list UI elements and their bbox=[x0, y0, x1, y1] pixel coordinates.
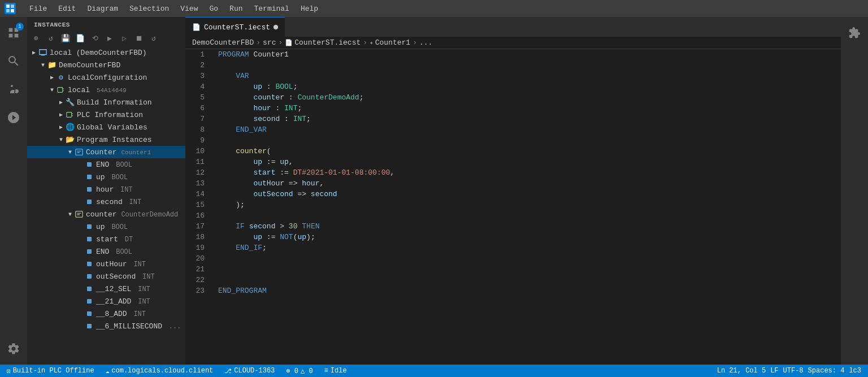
tree-item-second[interactable]: second INT bbox=[27, 196, 185, 208]
status-encoding[interactable]: UTF-8 bbox=[781, 365, 806, 377]
tree-item-sel12[interactable]: __12_SEL INT bbox=[27, 283, 185, 295]
code-line-8: END_VAR bbox=[218, 124, 834, 135]
tree-item-local[interactable]: ▶ local (DemoCounterFBD) bbox=[27, 46, 185, 59]
menu-go[interactable]: Go bbox=[205, 3, 223, 14]
breadcrumb-item-0[interactable]: DemoCounterFBD bbox=[192, 38, 254, 47]
status-eol[interactable]: LF bbox=[768, 365, 780, 377]
tree-item-localconfig[interactable]: ▶ ⚙ LocalConfiguration bbox=[27, 71, 185, 84]
tree-item-plcinfo[interactable]: ▶ PLC Information bbox=[27, 109, 185, 121]
line-number-23: 23 bbox=[185, 285, 209, 296]
tree-item-hour[interactable]: hour INT bbox=[27, 183, 185, 196]
status-cloud[interactable]: ☁ com.logicals.cloud.client bbox=[103, 365, 216, 377]
menu-view[interactable]: View bbox=[176, 3, 202, 14]
code-line-13: outHour => hour, bbox=[218, 178, 834, 189]
status-errors[interactable]: ⊗ 0 △ 0 bbox=[284, 365, 315, 377]
code-line-15: ); bbox=[218, 200, 834, 210]
breadcrumb-item-2[interactable]: 📄CounterST.iecst bbox=[285, 38, 361, 47]
activity-search[interactable] bbox=[0, 47, 27, 75]
stop-button[interactable]: ⏹ bbox=[132, 32, 146, 45]
tree-item-outsecond[interactable]: outSecond INT bbox=[27, 270, 185, 283]
breadcrumb-sep-0: › bbox=[256, 38, 261, 47]
tree-item-up[interactable]: up BOOL bbox=[27, 171, 185, 183]
svg-rect-1 bbox=[11, 5, 14, 8]
play-button[interactable]: ▶ bbox=[103, 32, 116, 45]
menu-terminal[interactable]: Terminal bbox=[250, 3, 294, 14]
status-lang[interactable]: lc3 bbox=[847, 365, 863, 377]
menu-edit[interactable]: Edit bbox=[54, 3, 80, 14]
tree-item-eno[interactable]: ENO BOOL bbox=[27, 158, 185, 171]
arrow-counter: ▼ bbox=[66, 148, 75, 157]
tree-item-add8[interactable]: __8_ADD INT bbox=[27, 307, 185, 320]
folder-icon: 📁 bbox=[47, 60, 57, 70]
tree-label-eno2: ENO BOOL bbox=[96, 248, 132, 256]
eol-label: LF bbox=[770, 367, 778, 375]
status-position[interactable]: Ln 21, Col 5 bbox=[715, 365, 768, 377]
menu-help[interactable]: Help bbox=[296, 3, 323, 14]
var-int-icon3 bbox=[85, 259, 94, 268]
tree-item-add21[interactable]: __21_ADD INT bbox=[27, 295, 185, 307]
code-line-21 bbox=[218, 264, 834, 275]
code-line-18: up := NOT(up); bbox=[218, 232, 834, 242]
tree-item-buildinfo[interactable]: ▶ 🔧 Build Information bbox=[27, 96, 185, 109]
activity-scm[interactable] bbox=[0, 76, 27, 103]
line-number-18: 18 bbox=[185, 232, 209, 242]
tree-item-counter2[interactable]: ▼ counter CounterDemoAdd bbox=[27, 208, 185, 220]
refresh-button[interactable]: ↺ bbox=[44, 32, 58, 45]
tree-label-localconfig: LocalConfiguration bbox=[68, 73, 147, 82]
breadcrumb-item-1[interactable]: src bbox=[263, 38, 276, 47]
menu-run[interactable]: Run bbox=[225, 3, 247, 14]
arrow-localconfig: ▶ bbox=[47, 73, 57, 82]
menu-file[interactable]: File bbox=[25, 3, 51, 14]
var-int-icon bbox=[85, 185, 94, 194]
tree-label-ms6: __6_MILLISECOND ... bbox=[96, 322, 181, 331]
status-plc[interactable]: ⊡ Built-in PLC Offline bbox=[5, 365, 97, 377]
code-line-10: counter( bbox=[218, 146, 834, 157]
tree-item-counter[interactable]: ▼ Counter Counter1 bbox=[27, 146, 185, 158]
code-editor[interactable]: 1234567891011121314151617181920212223 PR… bbox=[185, 49, 841, 365]
status-branch[interactable]: ⎇ CLOUD-1363 bbox=[222, 365, 277, 377]
breadcrumb-item-3[interactable]: ✦Counter1 bbox=[370, 38, 410, 47]
code-line-22 bbox=[218, 275, 834, 285]
tree-item-eno2[interactable]: ENO BOOL bbox=[27, 245, 185, 258]
tree-item-outhour[interactable]: outHour INT bbox=[27, 258, 185, 270]
save-button[interactable]: 💾 bbox=[59, 32, 72, 45]
errors-icon: ⊗ 0 bbox=[286, 367, 298, 375]
warnings-icon: △ 0 bbox=[301, 367, 313, 375]
code-line-17: IF second > 30 THEN bbox=[218, 221, 834, 232]
play2-button[interactable]: ▷ bbox=[118, 32, 131, 45]
activity-run[interactable] bbox=[0, 104, 27, 131]
undo-button[interactable]: ⟲ bbox=[88, 32, 102, 45]
line-number-13: 13 bbox=[185, 178, 209, 189]
status-spaces[interactable]: Spaces: 4 bbox=[806, 365, 847, 377]
new-file-button[interactable]: 📄 bbox=[73, 32, 87, 45]
tree-label-buildinfo: Build Information bbox=[77, 98, 152, 107]
right-icon-extensions[interactable] bbox=[841, 19, 868, 46]
status-idle[interactable]: ≡ Idle bbox=[322, 365, 349, 377]
tree-item-up2[interactable]: up BOOL bbox=[27, 220, 185, 233]
tree-item-programinst[interactable]: ▼ 📂 Program Instances bbox=[27, 133, 185, 146]
activity-settings[interactable] bbox=[0, 335, 27, 362]
arrow-buildinfo: ▶ bbox=[57, 98, 66, 107]
tree-label-outhour: outHour INT bbox=[96, 260, 146, 268]
tree-item-local2[interactable]: ▼ local 54A14649 bbox=[27, 84, 185, 96]
tab-counterst[interactable]: 📄 CounterST.iecst bbox=[185, 17, 285, 37]
spaces-label: Spaces: 4 bbox=[808, 367, 845, 375]
tree-item-start[interactable]: start DT bbox=[27, 233, 185, 245]
menu-diagram[interactable]: Diagram bbox=[83, 3, 123, 14]
menu-selection[interactable]: Selection bbox=[125, 3, 173, 14]
code-line-2 bbox=[218, 60, 834, 71]
tree-item-globalvars[interactable]: ▶ 🌐 Global Variables bbox=[27, 121, 185, 133]
breadcrumb-item-4[interactable]: ... bbox=[419, 38, 432, 47]
tree-label-up2: up BOOL bbox=[96, 223, 128, 231]
new-pin-button[interactable]: ⊕ bbox=[29, 32, 43, 45]
tree-item-ms6[interactable]: __6_MILLISECOND ... bbox=[27, 320, 185, 332]
svg-rect-7 bbox=[76, 211, 83, 218]
tree-label-counter: Counter Counter1 bbox=[86, 148, 151, 157]
code-content[interactable]: PROGRAM Counter1 VAR up : BOOL; counter … bbox=[214, 49, 834, 365]
status-branch-label: CLOUD-1363 bbox=[234, 367, 275, 375]
tree-item-democounterfbd[interactable]: ▼ 📁 DemoCounterFBD bbox=[27, 59, 185, 71]
line-number-22: 22 bbox=[185, 275, 209, 285]
reset-button[interactable]: ↺ bbox=[147, 32, 160, 45]
activity-explorer[interactable]: 1 bbox=[0, 19, 27, 46]
position-label: Ln 21, Col 5 bbox=[717, 367, 766, 375]
